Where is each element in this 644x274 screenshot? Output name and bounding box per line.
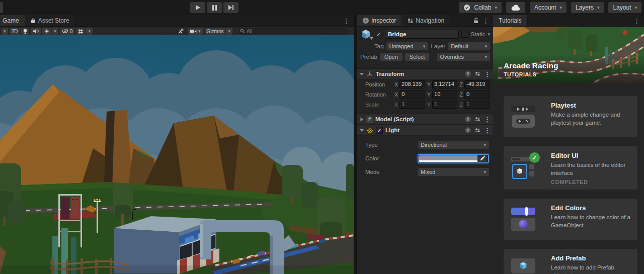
foldout-icon[interactable] <box>360 73 364 75</box>
display-dropdown[interactable]: ▾ <box>2 28 8 35</box>
position-x-field[interactable]: 208.139 <box>399 80 425 88</box>
game-view-panel: Game Asset Store ⋮ ▾ 2D ▾ <box>0 15 354 274</box>
light-enabled-checkbox[interactable]: ✓ <box>376 127 383 134</box>
presets-icon[interactable] <box>474 128 480 133</box>
scale-z-field[interactable]: 1 <box>464 101 490 109</box>
tutorial-card-list: Playtest Make a simple change and playte… <box>493 83 644 274</box>
layer-label: Layer <box>431 43 445 49</box>
light-type-label: Type <box>365 142 418 148</box>
light-mode-dropdown[interactable]: Mixed▾ <box>418 168 489 176</box>
check-icon: ✓ <box>376 32 380 37</box>
scale-y-field[interactable]: 1 <box>432 101 457 109</box>
tab-game[interactable]: Game <box>0 15 25 26</box>
tutorial-card-add-prefab[interactable]: Add Prefab Learn how to add Prefab objec… <box>504 249 637 274</box>
static-dropdown-icon[interactable]: ▾ <box>488 32 490 37</box>
position-z-field[interactable]: -49.319 <box>464 80 490 88</box>
unlock-icon[interactable] <box>473 18 478 24</box>
play-button[interactable] <box>190 2 205 13</box>
2d-toggle[interactable]: 2D <box>10 28 20 35</box>
effects-toggle[interactable] <box>42 28 51 35</box>
transform-component-header[interactable]: Transform ? ⋮ <box>357 68 493 79</box>
tutorial-card-edit-colors[interactable]: Edit Colors Learn how to change color of… <box>504 199 637 240</box>
active-checkbox[interactable]: ✓ <box>375 31 382 38</box>
card-body: Add Prefab Learn how to add Prefab objec… <box>543 249 637 274</box>
tab-inspector[interactable]: i Inspector <box>357 15 402 26</box>
color-swatch[interactable] <box>419 155 477 162</box>
light-mode-row: Mode Mixed▾ <box>357 166 493 178</box>
camera-dropdown[interactable]: ▾ <box>188 28 203 35</box>
chevron-down-icon: ▾ <box>495 6 497 10</box>
prefab-open-button[interactable]: Open <box>380 53 403 61</box>
help-icon[interactable]: ? <box>465 116 471 122</box>
scale-x-field[interactable]: 1 <box>399 101 425 109</box>
help-icon[interactable]: ? <box>465 71 471 77</box>
cloud-button[interactable] <box>506 2 525 13</box>
layout-label: Layout <box>613 4 631 11</box>
panel-splitter[interactable] <box>354 15 357 274</box>
kebab-menu-icon[interactable]: ⋮ <box>633 18 640 24</box>
gameobject-name-field[interactable]: Bridge <box>385 30 459 39</box>
collab-label: Collab <box>474 4 491 11</box>
foldout-icon[interactable] <box>361 117 363 121</box>
presets-icon[interactable] <box>474 117 480 122</box>
kebab-menu-icon[interactable]: ⋮ <box>482 18 489 24</box>
position-y-field[interactable]: 3.12714 <box>432 80 457 88</box>
help-icon[interactable]: ? <box>465 127 471 133</box>
tag-dropdown[interactable]: Untagged▾ <box>386 42 429 50</box>
tutorial-card-playtest[interactable]: Playtest Make a simple change and playte… <box>504 96 637 137</box>
model-script-header[interactable]: # Model (Script) ? ⋮ <box>357 114 493 125</box>
foldout-icon[interactable] <box>360 129 364 132</box>
game-viewport[interactable] <box>0 35 354 274</box>
layers-dropdown[interactable]: Layers ▾ <box>571 2 604 13</box>
grid-dropdown[interactable]: ▾ <box>86 28 93 35</box>
kebab-menu-icon[interactable]: ⋮ <box>484 71 491 77</box>
transform-title: Transform <box>376 71 404 77</box>
light-color-field[interactable] <box>419 155 488 162</box>
audio-toggle[interactable] <box>31 28 41 35</box>
tutorials-panel: Tutorials ⋮ <box>493 15 644 274</box>
kebab-menu-icon[interactable]: ⋮ <box>484 127 491 134</box>
gizmos-button[interactable]: Gizmos <box>205 28 226 35</box>
tab-navigation[interactable]: Navigation <box>402 15 450 26</box>
tutorial-card-editor-ui[interactable]: ✓ Editor UI Learn the basics of the edit… <box>504 146 637 190</box>
cloud-icon <box>511 5 521 11</box>
light-type-dropdown[interactable]: Directional▾ <box>418 141 489 149</box>
rotation-x-field[interactable]: 0 <box>399 90 425 99</box>
kebab-menu-icon[interactable]: ⋮ <box>484 116 491 123</box>
hero-subtitle: TUTORIALS <box>504 71 558 77</box>
clipped-tool-button[interactable] <box>0 2 3 13</box>
layout-dropdown[interactable]: Layout ▾ <box>608 2 641 13</box>
collab-button[interactable]: Collab ▾ <box>459 2 502 13</box>
gizmos-dropdown[interactable]: ▾ <box>226 28 232 35</box>
grid-toggle[interactable] <box>76 28 86 35</box>
step-button[interactable] <box>223 2 238 13</box>
light-bulb-icon <box>23 29 27 34</box>
tab-tutorials[interactable]: Tutorials <box>493 15 528 26</box>
effects-dropdown[interactable]: ▾ <box>52 28 58 35</box>
prefab-overrides-dropdown[interactable]: Overrides▾ <box>437 53 490 61</box>
tools-button[interactable] <box>175 28 186 35</box>
presets-icon[interactable] <box>474 71 480 76</box>
axis-z-label: Z <box>459 102 463 108</box>
axis-y-label: Y <box>427 81 431 87</box>
search-input[interactable]: All <box>236 28 350 35</box>
layer-dropdown[interactable]: Default▾ <box>448 42 490 50</box>
static-checkbox[interactable] <box>461 31 468 38</box>
light-component-header[interactable]: ✓ Light ? ⋮ <box>357 125 493 136</box>
rotation-y-field[interactable]: 10 <box>432 90 457 99</box>
eyedropper-button[interactable] <box>477 155 488 162</box>
color-slider-icon <box>511 208 535 215</box>
card-description: Learn the basics of the editor interface <box>551 161 632 177</box>
model-script-title: Model (Script) <box>375 116 414 122</box>
rotation-z-field[interactable]: 0 <box>464 90 490 99</box>
hidden-objects-toggle[interactable]: 0 <box>60 28 75 35</box>
chevron-down-icon: ▾ <box>634 6 637 10</box>
prefab-select-button[interactable]: Select <box>405 53 430 61</box>
card-title: Add Prefab <box>551 254 632 262</box>
tab-asset-store[interactable]: Asset Store <box>25 15 75 26</box>
kebab-menu-icon[interactable]: ⋮ <box>343 18 350 24</box>
pause-button[interactable] <box>207 2 222 13</box>
lighting-toggle[interactable] <box>21 28 29 35</box>
account-dropdown[interactable]: Account ▾ <box>530 2 567 13</box>
gameobject-cube-icon[interactable] <box>360 29 372 40</box>
